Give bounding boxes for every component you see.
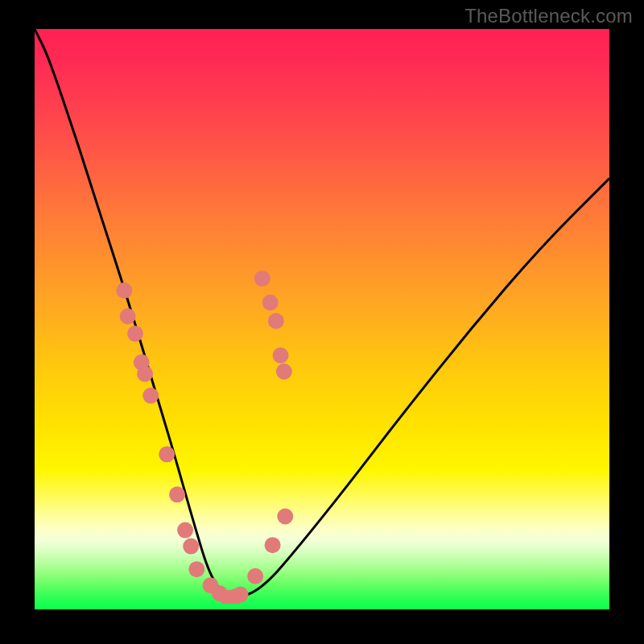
data-marker <box>169 486 185 502</box>
watermark-text: TheBottleneck.com <box>464 5 633 27</box>
data-marker <box>127 325 143 341</box>
data-marker <box>116 283 132 299</box>
data-marker <box>262 295 279 311</box>
data-marker <box>183 539 199 555</box>
data-marker <box>247 568 263 584</box>
data-marker <box>177 522 193 539</box>
data-marker <box>120 308 136 324</box>
data-marker <box>142 388 159 404</box>
data-marker <box>277 508 293 524</box>
bottleneck-curve <box>35 29 609 604</box>
plot-area <box>35 29 609 609</box>
data-marker <box>188 561 204 577</box>
data-marker <box>276 364 292 380</box>
data-marker <box>233 587 249 603</box>
chart-frame: TheBottleneck.com <box>0 0 644 644</box>
data-marker <box>159 446 175 462</box>
data-marker <box>268 313 284 329</box>
data-marker <box>265 537 281 553</box>
data-marker <box>273 348 289 364</box>
data-marker <box>137 365 153 382</box>
data-marker <box>254 270 270 287</box>
